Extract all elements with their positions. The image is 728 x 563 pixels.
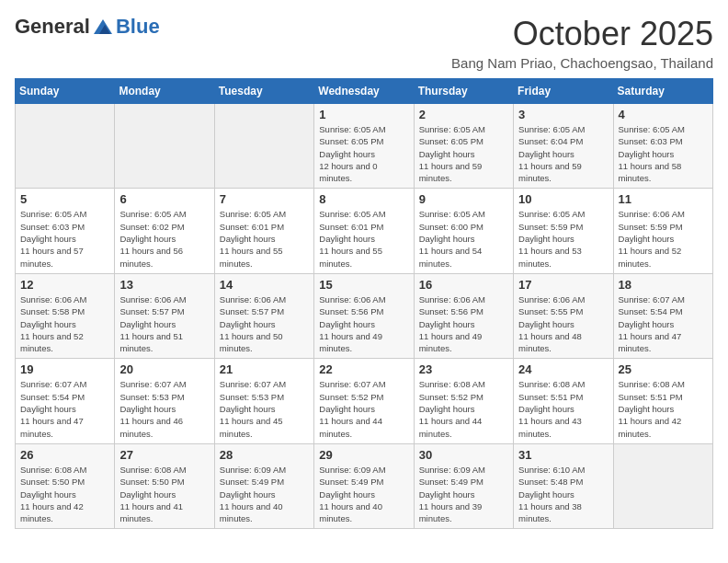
day-info: Sunrise: 6:07 AMSunset: 5:52 PMDaylight … [319, 378, 408, 439]
calendar-cell: 29Sunrise: 6:09 AMSunset: 5:49 PMDayligh… [314, 443, 414, 528]
day-number: 22 [319, 362, 408, 376]
day-number: 4 [619, 108, 708, 121]
calendar-cell: 19Sunrise: 6:07 AMSunset: 5:54 PMDayligh… [16, 359, 115, 443]
day-info: Sunrise: 6:07 AMSunset: 5:53 PMDaylight … [220, 378, 309, 439]
calendar-cell: 20Sunrise: 6:07 AMSunset: 5:53 PMDayligh… [115, 359, 214, 443]
weekday-header-friday: Friday [514, 79, 613, 104]
day-info: Sunrise: 6:08 AMSunset: 5:51 PMDaylight … [518, 378, 608, 439]
day-number: 19 [20, 362, 109, 376]
day-info: Sunrise: 6:05 AMSunset: 6:05 PMDaylight … [319, 123, 408, 184]
calendar-cell [214, 104, 313, 189]
calendar-cell: 22Sunrise: 6:07 AMSunset: 5:52 PMDayligh… [314, 359, 414, 443]
day-number: 2 [419, 108, 508, 121]
day-info: Sunrise: 6:06 AMSunset: 5:57 PMDaylight … [119, 293, 209, 354]
calendar-header-row: SundayMondayTuesdayWednesdayThursdayFrid… [16, 79, 713, 104]
day-number: 17 [518, 278, 608, 292]
calendar-cell: 9Sunrise: 6:05 AMSunset: 6:00 PMDaylight… [414, 189, 513, 273]
weekday-header-sunday: Sunday [16, 79, 115, 104]
day-info: Sunrise: 6:05 AMSunset: 6:05 PMDaylight … [419, 123, 508, 184]
day-info: Sunrise: 6:06 AMSunset: 5:56 PMDaylight … [319, 293, 408, 354]
calendar-week-1: 1Sunrise: 6:05 AMSunset: 6:05 PMDaylight… [16, 104, 713, 189]
day-number: 24 [518, 362, 608, 376]
calendar-week-5: 26Sunrise: 6:08 AMSunset: 5:50 PMDayligh… [16, 443, 713, 528]
calendar-cell: 7Sunrise: 6:05 AMSunset: 6:01 PMDaylight… [214, 189, 313, 273]
day-number: 31 [518, 448, 608, 462]
day-number: 21 [220, 362, 309, 376]
logo-general-text: General [15, 15, 90, 39]
calendar-cell: 24Sunrise: 6:08 AMSunset: 5:51 PMDayligh… [514, 359, 613, 443]
calendar-cell: 31Sunrise: 6:10 AMSunset: 5:48 PMDayligh… [514, 443, 613, 528]
title-block: October 2025 Bang Nam Priao, Chachoengsa… [451, 15, 713, 71]
day-info: Sunrise: 6:06 AMSunset: 5:58 PMDaylight … [20, 293, 109, 354]
logo-blue-text: Blue [116, 15, 160, 39]
day-info: Sunrise: 6:09 AMSunset: 5:49 PMDaylight … [319, 464, 408, 524]
calendar-cell: 13Sunrise: 6:06 AMSunset: 5:57 PMDayligh… [115, 273, 214, 358]
day-number: 6 [119, 192, 209, 206]
calendar-cell: 21Sunrise: 6:07 AMSunset: 5:53 PMDayligh… [214, 359, 313, 443]
calendar-cell: 28Sunrise: 6:09 AMSunset: 5:49 PMDayligh… [214, 443, 313, 528]
calendar-cell [613, 443, 712, 528]
day-info: Sunrise: 6:10 AMSunset: 5:48 PMDaylight … [518, 464, 608, 524]
day-number: 28 [220, 448, 309, 462]
day-info: Sunrise: 6:09 AMSunset: 5:49 PMDaylight … [220, 464, 309, 524]
day-info: Sunrise: 6:06 AMSunset: 5:55 PMDaylight … [518, 293, 608, 354]
calendar-cell: 26Sunrise: 6:08 AMSunset: 5:50 PMDayligh… [16, 443, 115, 528]
day-number: 18 [619, 278, 708, 292]
day-info: Sunrise: 6:08 AMSunset: 5:51 PMDaylight … [619, 378, 708, 439]
calendar-cell: 10Sunrise: 6:05 AMSunset: 5:59 PMDayligh… [514, 189, 613, 273]
day-number: 14 [220, 278, 309, 292]
day-number: 26 [20, 448, 109, 462]
day-info: Sunrise: 6:07 AMSunset: 5:54 PMDaylight … [619, 293, 708, 354]
month-title: October 2025 [451, 15, 713, 53]
calendar-cell: 6Sunrise: 6:05 AMSunset: 6:02 PMDaylight… [115, 189, 214, 273]
calendar-cell: 12Sunrise: 6:06 AMSunset: 5:58 PMDayligh… [16, 273, 115, 358]
logo: General Blue [15, 15, 160, 39]
calendar-cell: 11Sunrise: 6:06 AMSunset: 5:59 PMDayligh… [613, 189, 712, 273]
calendar-cell [115, 104, 214, 189]
day-number: 27 [119, 448, 209, 462]
weekday-header-monday: Monday [115, 79, 214, 104]
calendar-table: SundayMondayTuesdayWednesdayThursdayFrid… [15, 78, 713, 529]
day-number: 30 [419, 448, 508, 462]
calendar-week-2: 5Sunrise: 6:05 AMSunset: 6:03 PMDaylight… [16, 189, 713, 273]
day-info: Sunrise: 6:09 AMSunset: 5:49 PMDaylight … [419, 464, 508, 524]
day-info: Sunrise: 6:05 AMSunset: 6:03 PMDaylight … [619, 123, 708, 184]
day-info: Sunrise: 6:05 AMSunset: 6:02 PMDaylight … [119, 208, 209, 269]
calendar-cell: 8Sunrise: 6:05 AMSunset: 6:01 PMDaylight… [314, 189, 414, 273]
day-number: 1 [319, 108, 408, 121]
day-number: 25 [619, 362, 708, 376]
calendar-cell: 15Sunrise: 6:06 AMSunset: 5:56 PMDayligh… [314, 273, 414, 358]
day-number: 3 [518, 108, 608, 121]
day-info: Sunrise: 6:05 AMSunset: 6:03 PMDaylight … [20, 208, 109, 269]
day-info: Sunrise: 6:05 AMSunset: 6:04 PMDaylight … [518, 123, 608, 184]
page-header: General Blue October 2025 Bang Nam Priao… [15, 15, 713, 71]
day-info: Sunrise: 6:07 AMSunset: 5:53 PMDaylight … [119, 378, 209, 439]
calendar-cell: 1Sunrise: 6:05 AMSunset: 6:05 PMDaylight… [314, 104, 414, 189]
day-number: 11 [619, 192, 708, 206]
calendar-cell: 5Sunrise: 6:05 AMSunset: 6:03 PMDaylight… [16, 189, 115, 273]
day-info: Sunrise: 6:05 AMSunset: 6:00 PMDaylight … [419, 208, 508, 269]
day-info: Sunrise: 6:05 AMSunset: 6:01 PMDaylight … [220, 208, 309, 269]
calendar-cell: 2Sunrise: 6:05 AMSunset: 6:05 PMDaylight… [414, 104, 513, 189]
day-number: 7 [220, 192, 309, 206]
day-number: 10 [518, 192, 608, 206]
calendar-cell: 30Sunrise: 6:09 AMSunset: 5:49 PMDayligh… [414, 443, 513, 528]
day-number: 9 [419, 192, 508, 206]
day-number: 23 [419, 362, 508, 376]
weekday-header-tuesday: Tuesday [214, 79, 313, 104]
day-info: Sunrise: 6:06 AMSunset: 5:59 PMDaylight … [619, 208, 708, 269]
day-info: Sunrise: 6:08 AMSunset: 5:50 PMDaylight … [20, 464, 109, 524]
day-info: Sunrise: 6:08 AMSunset: 5:52 PMDaylight … [419, 378, 508, 439]
day-number: 5 [20, 192, 109, 206]
day-number: 12 [20, 278, 109, 292]
calendar-cell: 25Sunrise: 6:08 AMSunset: 5:51 PMDayligh… [613, 359, 712, 443]
logo-icon [92, 16, 114, 38]
day-number: 8 [319, 192, 408, 206]
weekday-header-saturday: Saturday [613, 79, 712, 104]
day-number: 20 [119, 362, 209, 376]
calendar-cell: 18Sunrise: 6:07 AMSunset: 5:54 PMDayligh… [613, 273, 712, 358]
calendar-cell: 23Sunrise: 6:08 AMSunset: 5:52 PMDayligh… [414, 359, 513, 443]
calendar-week-3: 12Sunrise: 6:06 AMSunset: 5:58 PMDayligh… [16, 273, 713, 358]
weekday-header-thursday: Thursday [414, 79, 513, 104]
day-info: Sunrise: 6:07 AMSunset: 5:54 PMDaylight … [20, 378, 109, 439]
